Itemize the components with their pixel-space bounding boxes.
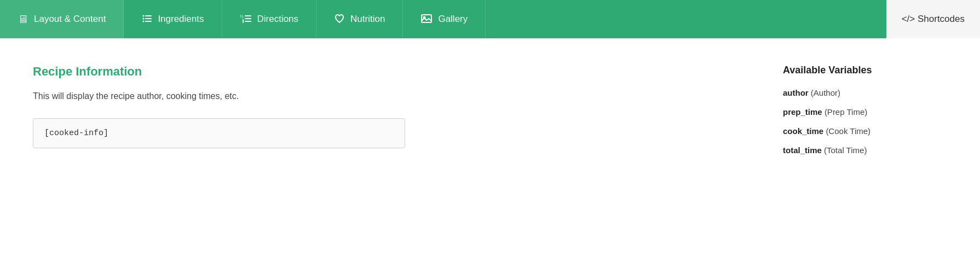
tab-directions[interactable]: ½ Directions (222, 0, 317, 38)
shortcode-value: [cooked-info] (44, 129, 108, 138)
variable-list: author (Author)prep_time (Prep Time)cook… (783, 87, 947, 156)
left-panel: Recipe Information This will display the… (33, 65, 739, 253)
variable-item: total_time (Total Time) (783, 144, 947, 156)
variable-item: prep_time (Prep Time) (783, 106, 947, 118)
gallery-icon (420, 13, 433, 26)
svg-point-4 (143, 20, 145, 22)
tab-nutrition-label: Nutrition (350, 14, 385, 25)
right-panel: Available Variables author (Author)prep_… (783, 65, 947, 253)
tab-shortcodes[interactable]: </> Shortcodes (886, 0, 980, 38)
svg-point-2 (143, 18, 145, 19)
tab-layout-label: Layout & Content (34, 14, 106, 25)
variable-label: (Total Time) (824, 146, 867, 155)
variable-name: total_time (783, 146, 822, 155)
tab-gallery[interactable]: Gallery (403, 0, 486, 38)
svg-point-0 (143, 15, 145, 16)
tab-directions-label: Directions (257, 14, 299, 25)
tab-nutrition[interactable]: Nutrition (316, 0, 403, 38)
svg-text:½: ½ (240, 14, 244, 19)
ingredients-icon (141, 13, 152, 26)
variable-item: cook_time (Cook Time) (783, 125, 947, 137)
content-area: Recipe Information This will display the… (0, 38, 980, 279)
variable-label: (Cook Time) (826, 126, 871, 136)
variable-label: (Prep Time) (825, 107, 867, 117)
variable-item: author (Author) (783, 87, 947, 98)
section-description: This will display the recipe author, coo… (33, 90, 739, 103)
variables-title: Available Variables (783, 65, 947, 76)
tab-bar: 🖥 Layout & Content Ingredients ½ (0, 0, 980, 38)
tab-shortcodes-label: </> Shortcodes (902, 14, 965, 25)
tab-ingredients-label: Ingredients (158, 14, 204, 25)
tab-layout[interactable]: 🖥 Layout & Content (0, 0, 124, 38)
tab-gallery-label: Gallery (438, 14, 468, 25)
variable-label: (Author) (811, 88, 840, 97)
variable-name: prep_time (783, 107, 822, 117)
variable-name: cook_time (783, 126, 823, 136)
tab-ingredients[interactable]: Ingredients (124, 0, 222, 38)
section-title: Recipe Information (33, 65, 739, 79)
variable-name: author (783, 88, 809, 97)
shortcode-box[interactable]: [cooked-info] (33, 118, 405, 148)
monitor-icon: 🖥 (18, 14, 28, 25)
nutrition-icon (334, 13, 345, 26)
directions-icon: ½ (240, 13, 252, 26)
